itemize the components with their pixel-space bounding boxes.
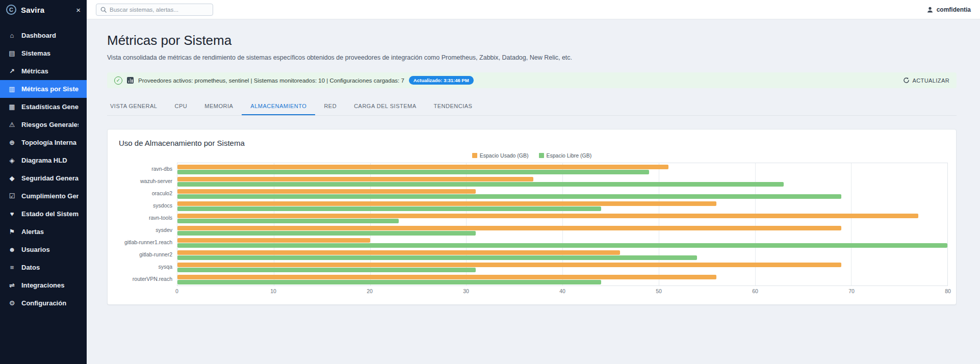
sidebar-item-usuarios[interactable]: ☻Usuarios <box>0 241 87 258</box>
sidebar-item-seguridad-general[interactable]: ◆Seguridad General <box>0 169 87 187</box>
sidebar-item-integraciones[interactable]: ⇌Integraciones <box>0 276 87 294</box>
sidebar-item-label: Seguridad General <box>21 174 79 182</box>
topbar: comfidentia <box>87 0 980 19</box>
chart-row <box>177 224 947 237</box>
sidebar-item-estado-del-sistema[interactable]: ♥Estado del Sistema <box>0 205 87 223</box>
sidebar-item-cumplimiento-general[interactable]: ☑Cumplimiento Gene <box>0 187 87 205</box>
x-tick-label: 40 <box>559 288 565 294</box>
brand-logo: C <box>6 5 16 15</box>
x-tick-label: 30 <box>463 288 469 294</box>
user-menu[interactable]: comfidentia <box>926 6 971 13</box>
refresh-icon <box>903 77 910 84</box>
tab-almacenamiento[interactable]: ALMACENAMIENTO <box>242 97 315 115</box>
refresh-label: ACTUALIZAR <box>913 77 949 84</box>
y-axis-labels: ravn-dbswazuh-serveroraculo2sysdocsravn-… <box>116 163 177 297</box>
systems-icon: ▤ <box>8 49 16 57</box>
x-tick-label: 20 <box>367 288 373 294</box>
home-icon: ⌂ <box>8 32 16 39</box>
x-tick-label: 0 <box>175 288 178 294</box>
sidebar-item-sistemas[interactable]: ▤Sistemas <box>0 44 87 62</box>
sidebar: C Savira × ⌂Dashboard▤Sistemas↗Métricas▥… <box>0 0 87 364</box>
tab-carga-del-sistema[interactable]: CARGA DEL SISTEMA <box>345 97 425 115</box>
chart-row <box>177 212 947 224</box>
stats-icon: ▦ <box>8 103 16 111</box>
plot-area <box>177 163 948 286</box>
sidebar-item-label: Datos <box>21 264 40 271</box>
bar-used <box>177 177 533 181</box>
bar-free <box>177 219 399 223</box>
user-icon <box>926 6 934 13</box>
sidebar-header: C Savira × <box>0 0 87 19</box>
sidebar-item-estadisticas-generales[interactable]: ▦Estadísticas Genera <box>0 98 87 116</box>
bar-free <box>177 231 476 236</box>
sidebar-item-diagrama-hld[interactable]: ◈Diagrama HLD <box>0 151 87 169</box>
tab-memoria[interactable]: MEMORIA <box>196 97 242 115</box>
bar-free <box>177 243 947 248</box>
bar-used <box>177 189 476 194</box>
sidebar-item-label: Cumplimiento Gene <box>21 192 79 200</box>
brand-name: Savira <box>21 6 44 14</box>
y-tick-label: oraculo2 <box>116 187 177 199</box>
chart-row <box>177 237 947 249</box>
sidebar-item-metricas[interactable]: ↗Métricas <box>0 62 87 80</box>
topology-icon: ⊕ <box>8 139 16 146</box>
status-bar: ✓ Proveedores activos: prometheus, senti… <box>107 72 957 88</box>
x-tick-label: 10 <box>270 288 276 294</box>
chart-bar-icon: ▥ <box>8 85 16 93</box>
sidebar-item-metricas-por-sistema[interactable]: ▥Métricas por Sistem <box>0 80 87 98</box>
legend-item: Espacio Usado (GB) <box>472 152 529 159</box>
legend-label: Espacio Libre (GB) <box>547 152 592 159</box>
chart-row <box>177 200 947 212</box>
x-tick-label: 50 <box>656 288 662 294</box>
providers-icon <box>127 77 134 84</box>
bar-used <box>177 201 716 206</box>
x-tick-label: 70 <box>848 288 855 294</box>
tab-vista-general[interactable]: VISTA GENERAL <box>107 97 166 115</box>
y-tick-label: wazuh-server <box>116 175 177 187</box>
sidebar-item-dashboard[interactable]: ⌂Dashboard <box>0 27 87 44</box>
sidebar-item-label: Métricas por Sistem <box>21 85 79 93</box>
y-tick-label: sysdev <box>116 224 177 236</box>
x-tick-label: 80 <box>945 288 951 294</box>
tab-red[interactable]: RED <box>315 97 345 115</box>
sidebar-item-riesgos-generales[interactable]: ⚠Riesgos Generales <box>0 116 87 134</box>
search-input[interactable] <box>110 7 209 13</box>
sidebar-item-label: Métricas <box>21 67 48 75</box>
gear-icon: ⚙ <box>8 299 16 307</box>
plot-column: 01020304050607080 <box>177 163 948 297</box>
close-icon[interactable]: × <box>76 6 81 14</box>
page-title: Métricas por Sistema <box>107 33 957 48</box>
refresh-button[interactable]: ACTUALIZAR <box>903 77 949 84</box>
bar-used <box>177 275 716 279</box>
chart-row <box>177 273 947 285</box>
status-message: Proveedores activos: prometheus, sentine… <box>138 77 404 84</box>
bar-used <box>177 226 841 230</box>
bar-used <box>177 214 918 218</box>
y-tick-label: sysdocs <box>116 199 177 212</box>
sidebar-item-label: Alertas <box>21 228 44 236</box>
page-subtitle: Vista consolidada de métricas de rendimi… <box>107 54 957 61</box>
legend-item: Espacio Libre (GB) <box>539 152 592 159</box>
sidebar-item-label: Estadísticas Genera <box>21 103 79 111</box>
database-icon: ≡ <box>8 264 16 271</box>
metrics-icon: ↗ <box>8 67 16 75</box>
sidebar-item-topologia-interna[interactable]: ⊕Topología Interna <box>0 134 87 151</box>
sidebar-item-alertas[interactable]: ⚑Alertas <box>0 223 87 241</box>
sidebar-item-datos[interactable]: ≡Datos <box>0 258 87 276</box>
legend-swatch <box>539 153 544 158</box>
sidebar-item-label: Dashboard <box>21 32 56 39</box>
search-box[interactable] <box>96 4 213 16</box>
y-tick-label: sysqa <box>116 261 177 273</box>
tab-tendencias[interactable]: TENDENCIAS <box>425 97 481 115</box>
chart-title: Uso de Almacenamiento por Sistema <box>119 139 948 147</box>
bar-free <box>177 268 476 272</box>
sidebar-item-label: Estado del Sistema <box>21 210 79 218</box>
sidebar-item-label: Diagrama HLD <box>21 157 67 164</box>
updated-badge: Actualizado: 3:31:46 PM <box>409 76 474 85</box>
tab-cpu[interactable]: CPU <box>166 97 196 115</box>
sidebar-item-label: Riesgos Generales <box>21 121 79 128</box>
legend-swatch <box>472 153 477 158</box>
warning-icon: ⚠ <box>8 121 16 128</box>
sidebar-item-configuracion[interactable]: ⚙Configuración <box>0 294 87 312</box>
y-tick-label: ravn-dbs <box>116 163 177 175</box>
